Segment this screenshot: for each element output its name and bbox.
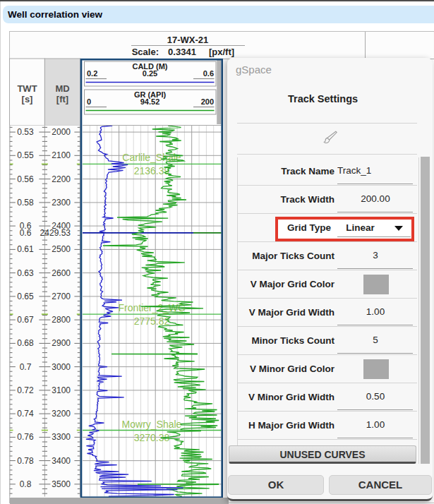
svg-text:2500: 2500	[52, 244, 71, 254]
svg-text:2900: 2900	[52, 338, 71, 348]
svg-text:3000: 3000	[52, 362, 71, 372]
svg-text:2600: 2600	[52, 268, 71, 278]
svg-text:0.67: 0.67	[17, 315, 34, 325]
svg-text:0.74: 0.74	[17, 409, 34, 419]
svg-text:0.53: 0.53	[17, 127, 34, 137]
svg-text:0.6: 0.6	[20, 228, 32, 238]
svg-text:0.65: 0.65	[17, 292, 34, 301]
svg-text:2775.82: 2775.82	[134, 316, 170, 327]
svg-text:2700: 2700	[52, 292, 71, 301]
svg-text:94.52: 94.52	[140, 97, 160, 106]
svg-text:3200: 3200	[52, 409, 71, 419]
svg-text:0.72: 0.72	[17, 385, 34, 395]
svg-text:0.76: 0.76	[17, 432, 34, 442]
svg-text:0.2: 0.2	[87, 69, 97, 78]
svg-text:2100: 2100	[52, 150, 71, 160]
svg-text:3400: 3400	[52, 456, 71, 466]
svg-text:Mowry_Shale: Mowry_Shale	[122, 419, 182, 430]
svg-text:200: 200	[201, 97, 214, 106]
svg-text:0.68: 0.68	[17, 338, 34, 348]
svg-text:0.55: 0.55	[17, 150, 34, 160]
svg-text:3500: 3500	[52, 479, 71, 489]
svg-text:0.25: 0.25	[143, 69, 157, 78]
svg-text:0.7: 0.7	[20, 362, 32, 372]
svg-text:0.8: 0.8	[20, 479, 32, 489]
svg-text:0.78: 0.78	[17, 456, 34, 466]
svg-text:0: 0	[87, 97, 91, 106]
svg-text:2300: 2300	[52, 198, 71, 208]
svg-text:0.56: 0.56	[17, 174, 34, 184]
svg-text:0.63: 0.63	[17, 268, 34, 278]
svg-text:[s]: [s]	[22, 94, 33, 104]
svg-text:[ft]: [ft]	[56, 94, 68, 104]
svg-text:MD: MD	[55, 83, 69, 94]
svg-text:2800: 2800	[52, 315, 71, 325]
svg-text:TWT: TWT	[17, 83, 37, 94]
svg-text:0.61: 0.61	[17, 244, 34, 254]
svg-text:0.6: 0.6	[203, 69, 214, 78]
svg-text:2429.53: 2429.53	[40, 228, 71, 238]
svg-text:3100: 3100	[52, 385, 71, 395]
svg-text:2200: 2200	[52, 174, 71, 184]
svg-text:3300: 3300	[52, 432, 71, 442]
svg-text:0.58: 0.58	[17, 198, 34, 208]
svg-text:2000: 2000	[52, 127, 71, 137]
